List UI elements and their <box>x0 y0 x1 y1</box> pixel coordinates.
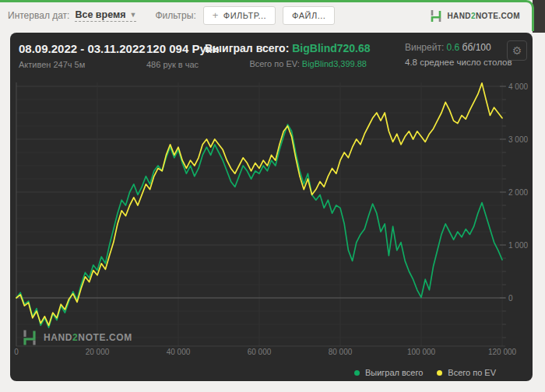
hand2note-logo-text: HAND2NOTE.COM <box>447 12 520 20</box>
hand2note-logo: HAND2NOTE.COM <box>430 9 520 23</box>
plus-icon: + <box>213 12 219 19</box>
file-button-label: ФАЙЛ... <box>292 11 325 20</box>
svg-text:60 000: 60 000 <box>248 348 272 356</box>
winrate-value: 0.6 <box>447 42 460 53</box>
legend-dot-yellow <box>437 370 442 376</box>
filters-label: Фильтры: <box>155 10 195 21</box>
svg-text:4 000: 4 000 <box>508 82 528 91</box>
equity-curve-chart: 020 00040 00060 00080 000100 000120 0000… <box>16 73 529 350</box>
date-range-block: 08.09.2022 - 03.11.2022 Активен 247ч 5м <box>19 42 146 69</box>
interval-label: Интервал дат: <box>8 10 69 21</box>
interval-select[interactable]: Все время ▼ <box>75 9 136 22</box>
won-label: Выиграл всего: <box>205 42 289 54</box>
add-filter-button[interactable]: + ФИЛЬТР... <box>203 6 276 25</box>
avg-tables: 4.8 среднее число столов <box>405 58 512 67</box>
winrate-unit: бб/100 <box>462 42 491 53</box>
toolbar: Интервал дат: Все время ▼ Фильтры: + ФИЛ… <box>0 2 533 29</box>
svg-text:1 000: 1 000 <box>508 241 528 250</box>
winrate-label: Винрейт: <box>405 42 444 53</box>
watermark-logo-icon <box>22 329 37 346</box>
gear-icon: ⚙ <box>512 44 522 57</box>
svg-text:20 000: 20 000 <box>86 348 110 356</box>
interval-value: Все время <box>75 9 125 20</box>
svg-text:80 000: 80 000 <box>329 348 353 356</box>
hand2note-window: Интервал дат: Все время ▼ Фильтры: + ФИЛ… <box>0 0 545 392</box>
won-value: BigBlind720.68 <box>292 42 370 54</box>
stats-panel: 08.09.2022 - 03.11.2022 Активен 247ч 5м … <box>10 33 533 381</box>
file-button[interactable]: ФАЙЛ... <box>283 6 335 25</box>
add-filter-button-label: ФИЛЬТР... <box>223 11 266 20</box>
svg-text:3 000: 3 000 <box>508 135 528 144</box>
svg-text:100 000: 100 000 <box>407 348 436 356</box>
chart-canvas: 020 00040 00060 00080 000100 000120 0000… <box>16 73 529 350</box>
legend-item-ev[interactable]: Всего по EV <box>437 368 496 377</box>
active-time: Активен 247ч 5м <box>19 60 146 69</box>
svg-text:40 000: 40 000 <box>167 348 191 356</box>
legend-label-ev: Всего по EV <box>448 368 496 377</box>
settings-button[interactable]: ⚙ <box>507 40 527 61</box>
ev-label: Всего по EV: <box>249 59 299 68</box>
legend-label-won: Выиграл всего <box>365 368 423 377</box>
totals-block: Выиграл всего: BigBlind720.68 Всего по E… <box>205 42 367 68</box>
chart-watermark: HAND2NOTE.COM <box>22 329 132 346</box>
chevron-down-icon: ▼ <box>130 11 137 19</box>
legend-dot-green <box>354 370 360 376</box>
background-corner <box>533 0 545 33</box>
svg-text:0: 0 <box>14 348 19 356</box>
legend-item-won[interactable]: Выиграл всего <box>354 368 423 377</box>
watermark-text: HAND2NOTE.COM <box>44 332 132 343</box>
svg-text:120 000: 120 000 <box>488 348 517 356</box>
ev-value: BigBlind3,399.88 <box>302 59 367 68</box>
svg-text:2 000: 2 000 <box>508 188 528 197</box>
chart-legend: Выиграл всего Всего по EV <box>354 368 496 377</box>
svg-text:0: 0 <box>508 294 513 303</box>
winrate-block: Винрейт: 0.6 бб/100 4.8 среднее число ст… <box>405 42 512 67</box>
hand2note-logo-icon <box>430 9 442 23</box>
date-range: 08.09.2022 - 03.11.2022 <box>19 42 146 55</box>
